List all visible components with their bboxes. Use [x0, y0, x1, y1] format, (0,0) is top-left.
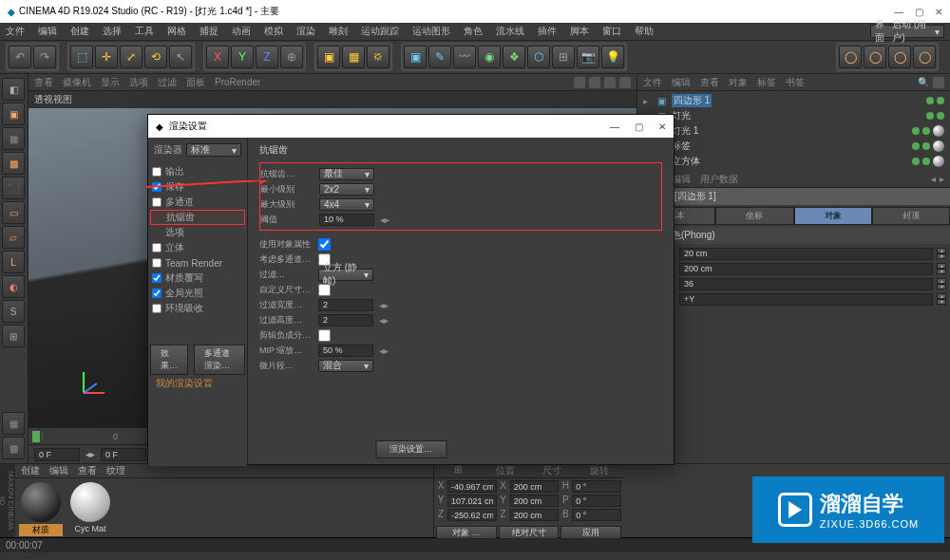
maximize-icon[interactable]: ▢: [915, 7, 923, 17]
vp-icon-4[interactable]: [619, 77, 631, 88]
render-category-6[interactable]: Team Render: [150, 255, 245, 271]
menu-运动跟踪[interactable]: 运动跟踪: [361, 25, 399, 38]
aa-field-o7[interactable]: 50 %: [318, 345, 373, 357]
phong-tab[interactable]: 平滑着色(Phong): [637, 227, 950, 244]
tree-item-2[interactable]: ▸▣灯光 1: [641, 123, 946, 139]
undo-button[interactable]: ↶: [9, 46, 31, 68]
menu-工具[interactable]: 工具: [135, 25, 154, 38]
menu-脚本[interactable]: 脚本: [570, 25, 589, 38]
viewport-tab-3[interactable]: 选项: [129, 76, 148, 89]
menu-模拟[interactable]: 模拟: [264, 25, 283, 38]
coord-btn-0[interactable]: 对象 …: [436, 526, 497, 539]
last-tool[interactable]: ↖: [169, 46, 192, 68]
viewport-tab-4[interactable]: 过滤: [158, 76, 177, 89]
attr-input-1[interactable]: [679, 263, 933, 275]
menu-渲染[interactable]: 渲染: [296, 25, 315, 38]
uv-mode-icon[interactable]: L: [2, 251, 25, 273]
obj-tab-2[interactable]: 查看: [700, 76, 719, 89]
spinner-icon[interactable]: ◂▸: [379, 345, 389, 356]
world-axis-button[interactable]: ⊕: [280, 46, 303, 68]
aa-field-o2[interactable]: 立方 (静帧)▾: [318, 269, 373, 281]
dialog-titlebar[interactable]: ◆ 渲染设置 — ▢ ✕: [148, 115, 674, 138]
object-tree[interactable]: ▸▣四边形 1▸▣灯光▸▣灯光 1▸▣标签▸▣立方体: [637, 91, 950, 171]
size-Z[interactable]: [510, 509, 560, 521]
editable-icon[interactable]: ◧: [2, 78, 25, 101]
obj-tab-4[interactable]: 标签: [757, 76, 776, 89]
attr-input-3[interactable]: [679, 293, 933, 306]
obj-tab-3[interactable]: 对象: [729, 76, 748, 89]
tree-item-4[interactable]: ▸▣立方体: [641, 154, 946, 169]
aa-check-o0[interactable]: [318, 238, 331, 251]
menu-运动图形[interactable]: 运动图形: [412, 25, 450, 38]
menu-雕刻[interactable]: 雕刻: [329, 25, 348, 38]
obj-tab-5[interactable]: 书签: [786, 76, 805, 89]
pos-Y[interactable]: [447, 495, 497, 507]
menu-窗口[interactable]: 窗口: [602, 25, 621, 38]
material-1[interactable]: Cyc Mat: [68, 482, 112, 533]
close-icon[interactable]: ✕: [935, 7, 942, 17]
edge-mode-icon[interactable]: ▭: [2, 201, 25, 224]
menu-帮助[interactable]: 帮助: [635, 25, 654, 38]
aa-field-b2[interactable]: 4x4▾: [319, 198, 374, 211]
material-0[interactable]: 材质: [19, 482, 63, 536]
export-4-button[interactable]: ◯: [913, 46, 936, 68]
mat-tab-3[interactable]: 纹理: [106, 464, 125, 477]
coord-btn-1[interactable]: 绝对尺寸: [499, 526, 560, 539]
viewport-tab-1[interactable]: 摄像机: [63, 76, 91, 89]
axis-mode-icon[interactable]: ▩: [2, 152, 25, 175]
snap-icon[interactable]: S: [2, 300, 25, 323]
spline-tool[interactable]: 〰: [453, 46, 476, 68]
size-Y[interactable]: [510, 495, 560, 507]
aa-field-o4[interactable]: 2: [318, 299, 373, 311]
rotate-tool[interactable]: ⟲: [144, 46, 167, 68]
environment-tool[interactable]: ⊞: [552, 46, 575, 68]
y-axis-button[interactable]: Y: [231, 46, 254, 68]
render-category-check-2[interactable]: [152, 197, 162, 207]
render-category-9[interactable]: 环境吸收: [150, 301, 245, 316]
export-3-button[interactable]: ◯: [888, 46, 911, 68]
poly-mode-icon[interactable]: ▱: [2, 226, 25, 249]
attr-subtab-封顶[interactable]: 封顶: [872, 207, 950, 225]
mat-tab-2[interactable]: 查看: [78, 464, 97, 477]
generator-tool[interactable]: ❖: [503, 46, 525, 68]
phong-tag-icon[interactable]: [933, 140, 944, 152]
tree-item-1[interactable]: ▸▣灯光: [641, 108, 946, 123]
render-category-4[interactable]: 选项: [150, 225, 245, 240]
render-category-check-7[interactable]: [152, 273, 162, 283]
frame-spinner-icon[interactable]: ◂▸: [86, 449, 95, 459]
rot-B[interactable]: [572, 509, 621, 521]
tree-item-0[interactable]: ▸▣四边形 1: [641, 93, 946, 108]
spinner-icon[interactable]: ◂▸: [380, 215, 390, 225]
effects-button[interactable]: 效果…: [150, 345, 188, 375]
minimize-icon[interactable]: —: [894, 7, 903, 17]
aa-field-b3[interactable]: 10 %: [319, 214, 374, 226]
render-category-2[interactable]: 多通道: [150, 195, 245, 210]
attr-subtab-对象[interactable]: 对象: [794, 207, 872, 225]
attr-input-2[interactable]: [679, 278, 933, 290]
viewport-tab-5[interactable]: 面板: [186, 76, 205, 89]
renderer-dropdown[interactable]: 标准▾: [186, 143, 241, 157]
menu-角色[interactable]: 角色: [464, 25, 483, 38]
aa-check-o6[interactable]: [318, 329, 331, 342]
aa-field-o5[interactable]: 2: [318, 314, 373, 327]
layout-dropdown[interactable]: 界面 启动 (用户)▾: [870, 25, 944, 38]
move-tool[interactable]: ✛: [95, 46, 118, 68]
texture-mode-icon[interactable]: ▦: [2, 127, 25, 150]
render-category-3[interactable]: 抗锯齿: [150, 210, 245, 225]
scale-tool[interactable]: ⤢: [120, 46, 142, 68]
frame-start-input[interactable]: [34, 448, 80, 461]
obj-tab-0[interactable]: 文件: [643, 76, 662, 89]
aa-field-b0[interactable]: 最佳▾: [319, 168, 374, 180]
nurbs-tool[interactable]: ◉: [478, 46, 501, 68]
obj-tab-1[interactable]: 编辑: [672, 76, 691, 89]
viewport-tab-2[interactable]: 显示: [101, 76, 120, 89]
render-category-check-9[interactable]: [152, 304, 162, 313]
light-tool[interactable]: 💡: [601, 46, 624, 68]
redo-button[interactable]: ↷: [33, 46, 56, 68]
frame-end-input[interactable]: [101, 448, 146, 461]
viewport-tab-0[interactable]: 查看: [34, 76, 53, 89]
animation-mode-icon[interactable]: ◐: [2, 275, 25, 298]
attr-tab-1[interactable]: 编辑: [672, 173, 691, 186]
viewport-tab-6[interactable]: ProRender: [215, 77, 260, 87]
render-category-8[interactable]: 全局光照: [150, 286, 245, 301]
